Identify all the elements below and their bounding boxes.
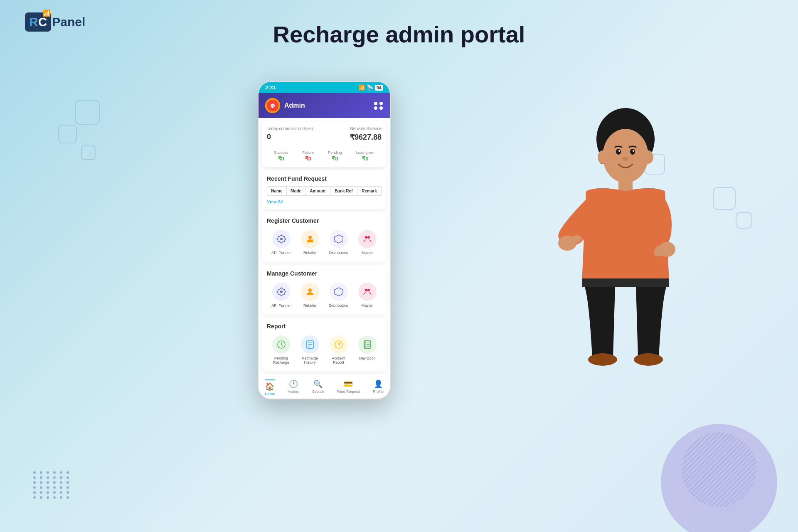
logo-container: R C Panel 📶 bbox=[25, 12, 85, 32]
success-stat: Success ₹0 bbox=[274, 150, 288, 162]
pending-stat: Pending ₹0 bbox=[328, 150, 342, 162]
recharge-history[interactable]: Recharge History bbox=[298, 335, 323, 365]
register-retailer[interactable]: Retailer bbox=[298, 230, 323, 255]
bottom-nav: 🏠 Home 🕐 History 🔍 Search 💳 Fund Request… bbox=[259, 376, 390, 399]
manage-customer-title: Manage Customer bbox=[267, 270, 382, 277]
stats-row: Today commission Given: 0 Network Balanc… bbox=[267, 126, 382, 142]
avatar: ⊕ bbox=[265, 98, 280, 113]
battery-icon: 94 bbox=[375, 85, 383, 91]
mini-stats: Success ₹0 Failure ₹0 Pending ₹0 Load gi… bbox=[267, 147, 382, 162]
svg-point-12 bbox=[367, 289, 370, 291]
svg-point-40 bbox=[634, 353, 663, 366]
svg-point-32 bbox=[622, 157, 629, 161]
manage-customer-card: Manage Customer API Partner bbox=[262, 265, 387, 315]
svg-rect-21 bbox=[364, 341, 366, 348]
register-api-partner[interactable]: API Partner bbox=[269, 230, 294, 255]
commission-label: Today commission Given: bbox=[267, 126, 322, 131]
admin-name: Admin bbox=[284, 102, 305, 109]
api-partner-reg-icon bbox=[272, 230, 291, 248]
history-icon: 🕐 bbox=[289, 379, 298, 389]
network-stat: Network Balance ₹9627.88 bbox=[322, 126, 382, 142]
svg-point-27 bbox=[603, 129, 648, 183]
nav-fund-label: Fund Request bbox=[337, 389, 360, 394]
view-all-link[interactable]: View All bbox=[267, 199, 382, 204]
manage-customer-grid: API Partner Retailer bbox=[267, 281, 382, 310]
pending-recharge[interactable]: Pending Recharge bbox=[269, 335, 294, 365]
svg-text:₹: ₹ bbox=[337, 342, 340, 347]
success-value: ₹0 bbox=[278, 155, 284, 162]
pending-recharge-label: Pending Recharge bbox=[269, 356, 294, 365]
search-icon: 🔍 bbox=[313, 379, 323, 389]
admin-info: ⊕ Admin bbox=[265, 98, 305, 113]
svg-rect-35 bbox=[618, 179, 633, 191]
svg-point-9 bbox=[308, 288, 312, 292]
master-reg-label: Master bbox=[362, 251, 373, 255]
manage-retailer[interactable]: Retailer bbox=[298, 283, 323, 308]
fund-request-card: Recent Fund Request Name Mode Amount Ban… bbox=[262, 170, 387, 209]
success-label: Success bbox=[274, 150, 288, 155]
nav-home[interactable]: 🏠 Home bbox=[265, 379, 275, 396]
recharge-history-label: Recharge History bbox=[298, 356, 323, 365]
page-title: Recharge admin portal bbox=[273, 21, 525, 48]
logo-panel: Panel bbox=[52, 15, 85, 29]
nav-search[interactable]: 🔍 Search bbox=[312, 379, 324, 396]
failure-value: ₹0 bbox=[305, 155, 311, 162]
manage-master[interactable]: Master bbox=[355, 283, 380, 308]
col-amount: Amount bbox=[305, 187, 330, 196]
nav-profile[interactable]: 👤 Profile bbox=[373, 379, 384, 396]
distributors-mgr-label: Distributors bbox=[329, 303, 348, 308]
character-illustration bbox=[544, 91, 702, 382]
svg-point-29 bbox=[630, 149, 635, 155]
commission-value: 0 bbox=[267, 133, 322, 141]
manage-api-partner[interactable]: API Partner bbox=[269, 283, 294, 308]
register-master[interactable]: Master bbox=[355, 230, 380, 255]
svg-point-34 bbox=[643, 150, 653, 164]
manage-distributors[interactable]: Distributors bbox=[326, 283, 351, 308]
nav-home-label: Home bbox=[265, 392, 275, 396]
master-reg-icon bbox=[358, 230, 377, 248]
nav-search-label: Search bbox=[312, 389, 324, 394]
distributors-mgr-icon bbox=[330, 283, 348, 301]
day-book[interactable]: Day Book bbox=[355, 335, 380, 365]
account-report-icon: ₹ bbox=[330, 335, 348, 354]
logo-c: C bbox=[38, 15, 47, 29]
account-report[interactable]: ₹ Account Report bbox=[326, 335, 351, 365]
svg-point-7 bbox=[367, 236, 370, 239]
fund-request-title: Recent Fund Request bbox=[267, 175, 382, 182]
account-report-label: Account Report bbox=[326, 356, 351, 365]
register-distributors[interactable]: Distributors bbox=[326, 230, 351, 255]
network-label: Network Balance bbox=[327, 126, 382, 131]
profile-icon: 👤 bbox=[374, 379, 383, 389]
report-title: Report bbox=[267, 323, 382, 330]
wifi-status-icon: 📡 bbox=[367, 84, 373, 91]
report-grid: Pending Recharge Recharge History bbox=[267, 334, 382, 367]
api-partner-mgr-icon bbox=[272, 283, 291, 301]
nav-history[interactable]: 🕐 History bbox=[288, 379, 299, 396]
day-book-label: Day Book bbox=[359, 356, 375, 361]
register-customer-card: Register Customer API Partner bbox=[262, 212, 387, 262]
svg-point-3 bbox=[280, 238, 283, 240]
menu-icon[interactable] bbox=[374, 102, 383, 110]
status-icons: 📶 📡 94 bbox=[358, 84, 383, 91]
network-value: ₹9627.88 bbox=[327, 133, 382, 142]
status-bar: 2:31 📶 📡 94 bbox=[259, 82, 390, 93]
load-label: Load given bbox=[356, 150, 374, 155]
svg-point-30 bbox=[618, 150, 620, 152]
home-icon: 🏠 bbox=[265, 382, 274, 391]
svg-rect-38 bbox=[582, 278, 669, 287]
master-mgr-label: Master bbox=[362, 303, 373, 308]
wifi-icon: 📶 bbox=[42, 9, 51, 17]
time: 2:31 bbox=[265, 84, 276, 91]
signal-icon: 📶 bbox=[358, 84, 365, 91]
register-customer-grid: API Partner Retailer bbox=[267, 228, 382, 257]
report-card: Report Pending Recharge bbox=[262, 318, 387, 372]
svg-point-6 bbox=[365, 236, 367, 239]
nav-fund-request[interactable]: 💳 Fund Request bbox=[337, 379, 360, 396]
failure-label: Failure bbox=[303, 150, 314, 155]
failure-stat: Failure ₹0 bbox=[303, 150, 314, 162]
fund-table: Name Mode Amount Bank Ref Remark bbox=[267, 186, 382, 196]
nav-profile-label: Profile bbox=[373, 389, 384, 394]
retailer-reg-icon bbox=[301, 230, 319, 248]
master-mgr-icon bbox=[358, 283, 377, 301]
pending-value: ₹0 bbox=[332, 155, 338, 162]
